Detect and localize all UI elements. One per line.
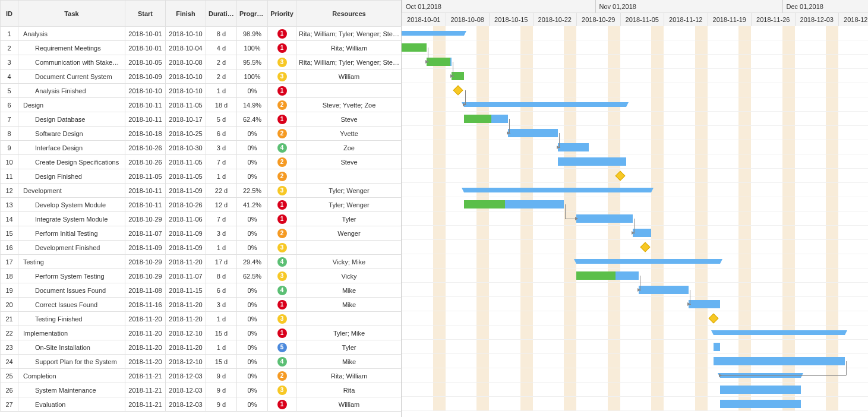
cell-resources[interactable]: Tyler; Mike [296,326,402,340]
cell-start[interactable]: 2018-11-05 [125,169,166,184]
cell-resources[interactable]: Rita [296,383,402,397]
cell-progress[interactable]: 0% [237,127,268,141]
col-header-duration[interactable]: Duration [206,1,237,27]
cell-resources[interactable]: Rita; William [296,369,402,383]
table-row[interactable]: 19Document Issues Found2018-11-082018-11… [1,283,402,298]
cell-duration[interactable]: 15 d [206,355,237,369]
cell-progress[interactable]: 0% [237,84,268,98]
table-row[interactable]: 10Create Design Specifications2018-10-26… [1,155,402,169]
cell-start[interactable]: 2018-11-08 [125,283,166,298]
cell-task[interactable]: Integrate System Module [18,212,125,226]
table-row[interactable]: 24Support Plan for the System2018-11-202… [1,355,402,369]
cell-priority[interactable]: 2 [268,98,296,112]
cell-progress[interactable]: 62.5% [237,269,268,283]
table-row[interactable]: 21Testing Finished2018-11-202018-11-201 … [1,312,402,326]
cell-duration[interactable]: 18 d [206,98,237,112]
col-header-progress[interactable]: Progress [237,1,268,27]
cell-task[interactable]: Perform Initial Testing [18,226,125,241]
cell-start[interactable]: 2018-11-21 [125,383,166,397]
cell-resources[interactable]: Rita; William; Tyler; Wenger; Steve [296,27,402,41]
cell-resources[interactable]: Steve [296,112,402,127]
cell-task[interactable]: Testing [18,255,125,269]
task-bar[interactable] [576,271,639,280]
cell-priority[interactable]: 1 [268,326,296,340]
cell-resources[interactable] [296,312,402,326]
cell-finish[interactable]: 2018-12-03 [166,397,206,412]
col-header-start[interactable]: Start [125,1,166,27]
cell-finish[interactable]: 2018-10-30 [166,141,206,155]
cell-duration[interactable]: 5 d [206,112,237,127]
gantt-row[interactable] [402,140,868,154]
cell-start[interactable]: 2018-10-26 [125,155,166,169]
gantt-row[interactable] [402,126,868,140]
cell-progress[interactable]: 95.5% [237,55,268,70]
cell-task[interactable]: Development Finished [18,241,125,255]
table-row[interactable]: 4Document Current System2018-10-092018-1… [1,70,402,84]
summary-bar[interactable] [714,330,845,335]
cell-finish[interactable]: 2018-10-17 [166,112,206,127]
cell-finish[interactable]: 2018-11-09 [166,241,206,255]
task-bar[interactable] [720,400,801,408]
cell-start[interactable]: 2018-10-29 [125,212,166,226]
cell-progress[interactable]: 0% [237,326,268,340]
gantt-row[interactable] [402,368,868,383]
cell-finish[interactable]: 2018-12-10 [166,326,206,340]
task-bar[interactable] [633,229,652,237]
cell-progress[interactable]: 29.4% [237,255,268,269]
cell-start[interactable]: 2018-11-20 [125,340,166,355]
cell-finish[interactable]: 2018-12-03 [166,369,206,383]
gantt-row[interactable] [402,340,868,354]
cell-priority[interactable]: 2 [268,155,296,169]
cell-finish[interactable]: 2018-11-05 [166,155,206,169]
task-bar[interactable] [464,200,564,208]
table-row[interactable]: 20Correct Issues Found2018-11-162018-11-… [1,298,402,312]
cell-progress[interactable]: 0% [237,312,268,326]
cell-priority[interactable]: 5 [268,340,296,355]
cell-finish[interactable]: 2018-10-04 [166,41,206,55]
cell-task[interactable]: On-Site Installation [18,340,125,355]
cell-progress[interactable]: 14.9% [237,98,268,112]
cell-progress[interactable]: 22.5% [237,184,268,198]
table-row[interactable]: 8Software Design2018-10-182018-10-256 d0… [1,127,402,141]
task-grid[interactable]: ID Task Start Finish Duration Progress P… [0,0,402,417]
task-bar[interactable] [558,157,627,166]
task-bar[interactable] [714,357,845,365]
table-row[interactable]: 2Requirement Meetings2018-10-012018-10-0… [1,41,402,55]
gantt-row[interactable] [402,112,868,126]
cell-progress[interactable]: 100% [237,41,268,55]
milestone-icon[interactable] [709,314,719,324]
cell-duration[interactable]: 1 d [206,84,237,98]
task-bar[interactable] [558,143,589,151]
gantt-row[interactable] [402,268,868,283]
cell-task[interactable]: Communication with Stakeholders [18,55,125,70]
cell-finish[interactable]: 2018-12-10 [166,355,206,369]
summary-bar[interactable] [464,188,651,192]
task-bar[interactable] [452,72,464,80]
table-row[interactable]: 27Evaluation2018-11-212018-12-039 d0%1Wi… [1,397,402,412]
cell-finish[interactable]: 2018-10-08 [166,55,206,70]
cell-resources[interactable]: Tyler; Wenger [296,198,402,212]
cell-duration[interactable]: 7 d [206,155,237,169]
cell-resources[interactable] [296,241,402,255]
task-bar[interactable] [402,43,427,52]
cell-resources[interactable]: Tyler; Wenger [296,184,402,198]
cell-start[interactable]: 2018-10-26 [125,141,166,155]
summary-bar[interactable] [402,31,464,36]
cell-task[interactable]: Design Database [18,112,125,127]
cell-finish[interactable]: 2018-10-10 [166,27,206,41]
cell-start[interactable]: 2018-10-11 [125,198,166,212]
milestone-icon[interactable] [640,242,650,252]
cell-start[interactable]: 2018-10-01 [125,41,166,55]
cell-priority[interactable]: 2 [268,226,296,241]
table-row[interactable]: 12Development2018-10-112018-11-0922 d22.… [1,184,402,198]
cell-resources[interactable]: Yvette [296,127,402,141]
cell-duration[interactable]: 1 d [206,312,237,326]
cell-progress[interactable]: 0% [237,226,268,241]
cell-duration[interactable]: 17 d [206,255,237,269]
cell-start[interactable]: 2018-10-18 [125,127,166,141]
cell-duration[interactable]: 8 d [206,269,237,283]
cell-duration[interactable]: 6 d [206,127,237,141]
table-row[interactable]: 5Analysis Finished2018-10-102018-10-101 … [1,84,402,98]
cell-finish[interactable]: 2018-11-20 [166,312,206,326]
cell-start[interactable]: 2018-11-20 [125,355,166,369]
